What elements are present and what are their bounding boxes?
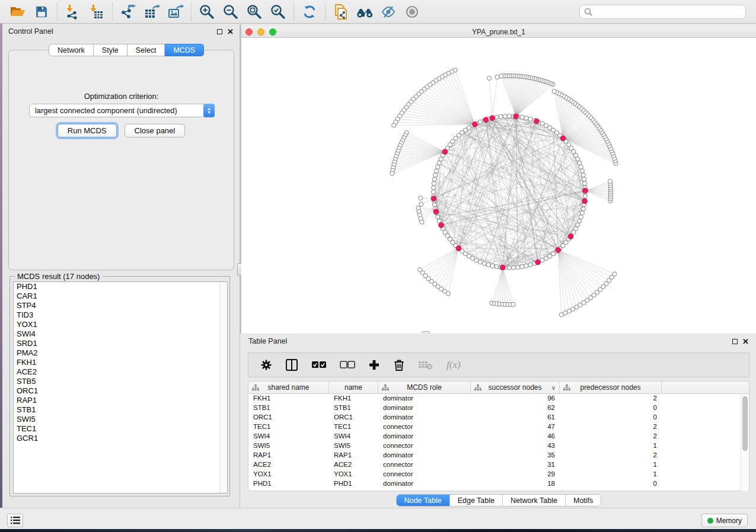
mcds-result-item[interactable]: ORC1: [14, 386, 227, 396]
function-builder-icon[interactable]: f(x): [446, 359, 461, 371]
task-history-button[interactable]: [7, 514, 23, 527]
table-row[interactable]: RAP1RAP1dominator352: [248, 451, 749, 460]
mcds-result-item[interactable]: STP4: [14, 301, 227, 310]
column-header-shared-name[interactable]: shared name: [248, 382, 329, 393]
network-window-titlebar[interactable]: YPA_prune.txt_1: [241, 26, 756, 38]
cell: SWI5: [248, 441, 329, 451]
column-header-predecessor-nodes[interactable]: predecessor nodes: [560, 382, 662, 393]
export-image-icon[interactable]: [164, 2, 187, 22]
delete-table-icon[interactable]: [418, 360, 433, 370]
close-panel-icon[interactable]: ✕: [227, 29, 234, 34]
network-search-field[interactable]: [579, 5, 746, 19]
mcds-result-item[interactable]: SRD1: [14, 339, 227, 348]
mcds-result-item[interactable]: TID3: [14, 310, 227, 320]
export-table-icon[interactable]: [140, 2, 164, 22]
table-row[interactable]: STB1STB1dominator620: [248, 403, 749, 413]
table-scrollbar-thumb[interactable]: [742, 396, 748, 451]
show-graphics-details-icon[interactable]: [400, 2, 424, 22]
cell: 0: [560, 403, 662, 413]
tab-style[interactable]: Style: [94, 44, 127, 56]
tab-mcds[interactable]: MCDS: [165, 44, 204, 56]
mcds-result-item[interactable]: PHD1: [14, 282, 227, 291]
table-row[interactable]: SWI5SWI5connector431: [248, 441, 749, 451]
cell: FKH1: [248, 394, 329, 403]
refresh-icon[interactable]: [298, 2, 321, 22]
select-all-rows-icon[interactable]: [311, 361, 327, 369]
mcds-result-item[interactable]: CAR1: [14, 291, 227, 301]
cell: dominator: [378, 413, 471, 422]
table-row[interactable]: SWI4SWI4dominator462: [248, 432, 749, 441]
zoom-fit-icon[interactable]: [243, 2, 266, 22]
cell: TEC1: [329, 422, 378, 432]
table-toolbar: f(x): [248, 352, 749, 377]
table-row[interactable]: YOX1YOX1connector291: [248, 470, 749, 479]
table-row[interactable]: TEC1TEC1connector472: [248, 422, 749, 432]
tab-network[interactable]: Network: [49, 44, 94, 56]
split-table-view-icon[interactable]: [285, 358, 298, 371]
select-stepper-icon: ▲▼: [203, 104, 215, 117]
mcds-result-item[interactable]: YOX1: [14, 320, 227, 329]
table-scrollbar[interactable]: [741, 394, 749, 491]
float-table-panel-icon[interactable]: [732, 339, 738, 344]
tab-network-table[interactable]: Network Table: [503, 495, 566, 506]
memory-button[interactable]: Memory: [701, 514, 748, 527]
table-row[interactable]: FKH1FKH1dominator962: [248, 394, 749, 403]
clone-network-icon[interactable]: [329, 2, 353, 22]
mcds-result-item[interactable]: FKH1: [14, 358, 227, 367]
optimization-criterion-select[interactable]: largest connected component (undirected)…: [29, 104, 215, 117]
hide-graphics-details-icon[interactable]: [377, 2, 400, 22]
zoom-out-icon[interactable]: [219, 2, 243, 22]
cell: TEC1: [248, 422, 329, 432]
search-input[interactable]: [593, 6, 745, 18]
mcds-result-item[interactable]: SWI5: [14, 415, 227, 424]
tab-edge-table[interactable]: Edge Table: [450, 495, 503, 506]
mcds-result-item[interactable]: STB5: [14, 377, 227, 386]
float-panel-icon[interactable]: [217, 29, 222, 34]
mcds-result-item[interactable]: SWI4: [14, 329, 227, 339]
zoom-in-icon[interactable]: [195, 2, 219, 22]
tab-select[interactable]: Select: [127, 44, 165, 56]
cell: YOX1: [329, 470, 378, 479]
tab-motifs[interactable]: Motifs: [566, 495, 601, 506]
close-table-panel-icon[interactable]: ✕: [742, 339, 749, 344]
cell: connector: [378, 422, 471, 432]
table-settings-icon[interactable]: [260, 359, 272, 371]
mcds-list-scrollbar[interactable]: [219, 282, 227, 493]
table-row[interactable]: ACE2ACE2connector311: [248, 460, 749, 470]
table-row[interactable]: PHD1PHD1dominator180: [248, 479, 749, 489]
control-panel: Control Panel ✕ NetworkStyleSelectMCDS O…: [2, 24, 240, 508]
import-table-icon[interactable]: [85, 2, 109, 22]
add-column-icon[interactable]: [368, 359, 380, 371]
run-mcds-button[interactable]: Run MCDS: [58, 124, 117, 137]
column-header-successor-nodes[interactable]: successor nodes∨: [471, 382, 560, 393]
close-panel-button[interactable]: Close panel: [125, 124, 186, 137]
mcds-result-item[interactable]: PMA2: [14, 348, 227, 358]
mcds-result-item[interactable]: GCR1: [14, 434, 227, 443]
save-session-icon[interactable]: [30, 2, 53, 22]
control-panel-tabs: NetworkStyleSelectMCDS: [49, 44, 204, 56]
mcds-result-item[interactable]: TEC1: [14, 424, 227, 434]
tab-node-table[interactable]: Node Table: [397, 495, 450, 506]
table-row[interactable]: ORC1ORC1dominator610: [248, 413, 749, 422]
select-value: largest connected component (undirected): [30, 106, 203, 115]
import-network-icon[interactable]: [61, 2, 85, 22]
export-network-icon[interactable]: [116, 2, 140, 22]
delete-column-icon[interactable]: [393, 358, 405, 371]
network-graph-canvas[interactable]: [241, 38, 756, 333]
mcds-result-item[interactable]: STB1: [14, 405, 227, 415]
search-network-icon[interactable]: [353, 2, 377, 22]
search-icon: [584, 8, 593, 17]
open-file-icon[interactable]: [6, 2, 30, 22]
cell: 46: [471, 432, 560, 441]
zoom-selected-icon[interactable]: [266, 2, 290, 22]
control-panel-title: Control Panel: [8, 27, 217, 36]
deselect-all-rows-icon[interactable]: [340, 361, 355, 369]
cell: connector: [378, 460, 471, 470]
column-header-MCDS-role[interactable]: MCDS role: [378, 382, 471, 393]
mcds-result-item[interactable]: ACE2: [14, 367, 227, 377]
column-header-name[interactable]: name: [329, 382, 378, 393]
mcds-result-list[interactable]: PHD1CAR1STP4TID3YOX1SWI4SRD1PMA2FKH1ACE2…: [13, 281, 228, 493]
mcds-result-item[interactable]: RAP1: [14, 396, 227, 405]
cell: dominator: [378, 394, 471, 403]
cell: STB1: [329, 403, 378, 413]
